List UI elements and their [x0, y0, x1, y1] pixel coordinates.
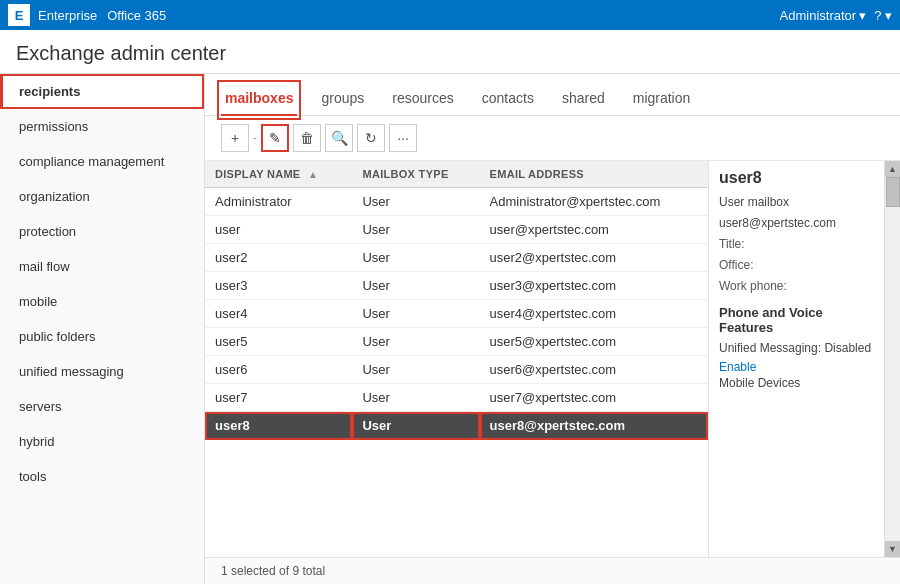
sidebar-item-unified-messaging[interactable]: unified messaging	[0, 354, 204, 389]
page-title: Exchange admin center	[16, 42, 226, 64]
detail-unified-messaging-label: Unified Messaging:	[719, 341, 821, 355]
table-row[interactable]: user8Useruser8@xpertstec.com	[205, 412, 708, 440]
toolbar-separator-1: -	[253, 131, 257, 145]
add-button[interactable]: +	[221, 124, 249, 152]
status-bar: 1 selected of 9 total	[205, 557, 900, 584]
cell-display-name: user8	[205, 412, 352, 440]
admin-button[interactable]: Administrator ▾	[780, 8, 867, 23]
table-row[interactable]: user5Useruser5@xpertstec.com	[205, 328, 708, 356]
table-row[interactable]: AdministratorUserAdministrator@xpertstec…	[205, 188, 708, 216]
cell-email-address: user@xpertstec.com	[480, 216, 708, 244]
cell-email-address: user2@xpertstec.com	[480, 244, 708, 272]
scroll-up-button[interactable]: ▲	[885, 161, 901, 177]
sidebar-item-hybrid[interactable]: hybrid	[0, 424, 204, 459]
cell-mailbox-type: User	[352, 188, 479, 216]
sidebar-item-public-folders[interactable]: public folders	[0, 319, 204, 354]
sidebar-item-mobile[interactable]: mobile	[0, 284, 204, 319]
detail-unified-messaging: Unified Messaging: Disabled	[719, 339, 874, 357]
cell-email-address: user6@xpertstec.com	[480, 356, 708, 384]
scroll-thumb[interactable]	[886, 177, 900, 207]
table-row[interactable]: user6Useruser6@xpertstec.com	[205, 356, 708, 384]
detail-work-phone-label: Work phone:	[719, 279, 787, 293]
cell-mailbox-type: User	[352, 412, 479, 440]
table-body: AdministratorUserAdministrator@xpertstec…	[205, 188, 708, 440]
search-icon: 🔍	[331, 130, 348, 146]
tab-contacts[interactable]: contacts	[478, 84, 538, 116]
topbar: E Enterprise Office 365 Administrator ▾ …	[0, 0, 900, 30]
detail-phone-voice-section: Phone and Voice Features	[719, 305, 874, 335]
more-icon: ···	[397, 130, 409, 146]
toolbar: + - ✎ 🗑 🔍 ↻ ···	[205, 116, 900, 161]
col-display-name: DISPLAY NAME ▲	[205, 161, 352, 188]
detail-mobile-devices: Mobile Devices	[719, 374, 874, 392]
col-mailbox-type: MAILBOX TYPE	[352, 161, 479, 188]
sidebar-item-servers[interactable]: servers	[0, 389, 204, 424]
edit-button[interactable]: ✎	[261, 124, 289, 152]
tab-resources[interactable]: resources	[388, 84, 457, 116]
office-name: Office 365	[107, 8, 166, 23]
enterprise-logo: E	[8, 4, 30, 26]
data-table-wrap: DISPLAY NAME ▲ MAILBOX TYPE EMAIL ADDRES…	[205, 161, 709, 557]
sidebar-item-recipients[interactable]: recipients	[0, 74, 204, 109]
edit-icon: ✎	[269, 130, 281, 146]
detail-title-line: Title:	[719, 235, 874, 253]
table-row[interactable]: user3Useruser3@xpertstec.com	[205, 272, 708, 300]
detail-office-label: Office:	[719, 258, 753, 272]
admin-chevron-icon: ▾	[859, 8, 866, 23]
scroll-down-button[interactable]: ▼	[885, 541, 901, 557]
admin-label: Administrator	[780, 8, 857, 23]
col-email-address: EMAIL ADDRESS	[480, 161, 708, 188]
cell-display-name: Administrator	[205, 188, 352, 216]
tab-groups[interactable]: groups	[317, 84, 368, 116]
table-row[interactable]: user7Useruser7@xpertstec.com	[205, 384, 708, 412]
cell-email-address: user7@xpertstec.com	[480, 384, 708, 412]
page-header: Exchange admin center	[0, 30, 900, 74]
cell-display-name: user3	[205, 272, 352, 300]
cell-display-name: user4	[205, 300, 352, 328]
scroll-track	[885, 177, 900, 541]
detail-unified-messaging-status: Disabled	[824, 341, 871, 355]
delete-icon: 🗑	[300, 130, 314, 146]
tab-mailboxes[interactable]: mailboxes	[221, 84, 297, 116]
detail-user-email: user8@xpertstec.com	[719, 214, 874, 232]
sidebar-item-organization[interactable]: organization	[0, 179, 204, 214]
detail-title-label: Title:	[719, 237, 745, 251]
table-row[interactable]: userUseruser@xpertstec.com	[205, 216, 708, 244]
cell-mailbox-type: User	[352, 300, 479, 328]
more-button[interactable]: ···	[389, 124, 417, 152]
cell-email-address: user8@xpertstec.com	[480, 412, 708, 440]
refresh-icon: ↻	[365, 130, 377, 146]
sidebar-item-permissions[interactable]: permissions	[0, 109, 204, 144]
help-button[interactable]: ? ▾	[874, 8, 892, 23]
cell-display-name: user2	[205, 244, 352, 272]
main-layout: recipientspermissionscompliance manageme…	[0, 74, 900, 584]
sidebar-item-tools[interactable]: tools	[0, 459, 204, 494]
search-button[interactable]: 🔍	[325, 124, 353, 152]
sidebar-item-mail-flow[interactable]: mail flow	[0, 249, 204, 284]
cell-email-address: user3@xpertstec.com	[480, 272, 708, 300]
table-header-row: DISPLAY NAME ▲ MAILBOX TYPE EMAIL ADDRES…	[205, 161, 708, 188]
delete-button[interactable]: 🗑	[293, 124, 321, 152]
tab-shared[interactable]: shared	[558, 84, 609, 116]
refresh-button[interactable]: ↻	[357, 124, 385, 152]
cell-mailbox-type: User	[352, 244, 479, 272]
cell-mailbox-type: User	[352, 272, 479, 300]
table-row[interactable]: user4Useruser4@xpertstec.com	[205, 300, 708, 328]
mailbox-table: DISPLAY NAME ▲ MAILBOX TYPE EMAIL ADDRES…	[205, 161, 708, 440]
detail-work-phone-line: Work phone:	[719, 277, 874, 295]
cell-display-name: user	[205, 216, 352, 244]
detail-scrollbar: ▲ ▼	[884, 161, 900, 557]
cell-display-name: user6	[205, 356, 352, 384]
detail-office-line: Office:	[719, 256, 874, 274]
cell-mailbox-type: User	[352, 328, 479, 356]
cell-mailbox-type: User	[352, 384, 479, 412]
table-row[interactable]: user2Useruser2@xpertstec.com	[205, 244, 708, 272]
help-icon: ?	[874, 8, 881, 23]
enable-link[interactable]: Enable	[719, 360, 874, 374]
detail-user-name: user8	[719, 169, 874, 187]
sidebar-item-compliance[interactable]: compliance management	[0, 144, 204, 179]
tab-migration[interactable]: migration	[629, 84, 695, 116]
table-area: DISPLAY NAME ▲ MAILBOX TYPE EMAIL ADDRES…	[205, 161, 900, 557]
sidebar-item-protection[interactable]: protection	[0, 214, 204, 249]
admin-area: Administrator ▾ ? ▾	[780, 8, 892, 23]
